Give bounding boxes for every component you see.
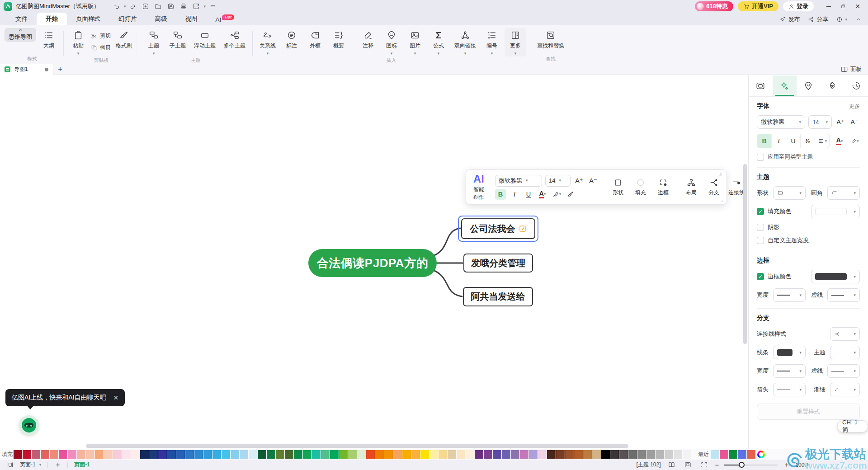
underline-button[interactable]: U bbox=[786, 134, 801, 148]
bold-button[interactable]: B bbox=[495, 189, 506, 200]
shadow-checkbox[interactable] bbox=[757, 224, 764, 231]
minimize-button[interactable]: ─ bbox=[822, 1, 835, 12]
subtopic-button[interactable]: 子主题 bbox=[166, 28, 189, 51]
zoom-out-button[interactable]: − bbox=[715, 461, 719, 469]
color-swatch[interactable] bbox=[231, 450, 239, 459]
color-swatch[interactable] bbox=[222, 450, 230, 459]
color-swatch[interactable] bbox=[637, 450, 646, 459]
boundary-button[interactable]: 外框 bbox=[304, 28, 326, 51]
fit-page-button[interactable] bbox=[683, 462, 693, 468]
font-decrease-button[interactable]: A⁻ bbox=[588, 175, 599, 186]
color-swatch[interactable] bbox=[729, 450, 737, 459]
tab-ai[interactable]: AIHot bbox=[207, 14, 241, 25]
color-swatch[interactable] bbox=[357, 450, 366, 459]
color-swatch[interactable] bbox=[185, 450, 194, 459]
tab-page-style[interactable]: 页面样式 bbox=[67, 13, 109, 25]
new-document-tab-button[interactable]: ＋ bbox=[53, 64, 67, 75]
page-tab-active[interactable]: 页面-1 bbox=[74, 461, 90, 469]
color-swatch[interactable] bbox=[95, 450, 104, 459]
find-replace-button[interactable]: 查找和替换 bbox=[534, 28, 567, 51]
color-swatch[interactable] bbox=[484, 450, 492, 459]
color-swatch[interactable] bbox=[321, 450, 330, 459]
color-swatch[interactable] bbox=[339, 450, 348, 459]
chevron-down-icon[interactable]: ▾ bbox=[124, 5, 126, 9]
color-swatch[interactable] bbox=[738, 450, 746, 459]
color-swatch[interactable] bbox=[285, 450, 293, 459]
shape-select[interactable]: ▾ bbox=[773, 186, 806, 200]
color-swatch[interactable] bbox=[592, 450, 601, 459]
color-swatch[interactable] bbox=[240, 450, 248, 459]
color-swatch[interactable] bbox=[68, 450, 76, 459]
save-button[interactable] bbox=[165, 1, 176, 11]
highlight-button[interactable]: ▾ bbox=[551, 189, 562, 200]
font-family-select[interactable]: 微软雅黑▾ bbox=[757, 115, 805, 129]
relationship-button[interactable]: 关系线▾ bbox=[256, 28, 279, 56]
mindmap-mode-button[interactable]: 思维导图 bbox=[5, 28, 36, 42]
panel-toggle-button[interactable]: 面板 bbox=[835, 66, 868, 73]
font-size-select[interactable]: 14▾ bbox=[808, 115, 832, 129]
color-swatch[interactable] bbox=[158, 450, 167, 459]
copy-button[interactable]: 拷贝 bbox=[91, 44, 111, 52]
root-topic-node[interactable]: 合法偶读PJDPA方的 bbox=[308, 249, 437, 277]
more-insert-button[interactable]: 更多▾ bbox=[505, 28, 526, 56]
color-picker-wheel-icon[interactable] bbox=[757, 451, 765, 458]
pages-panel-button[interactable] bbox=[5, 462, 15, 468]
color-swatch[interactable] bbox=[583, 450, 592, 459]
color-swatch[interactable] bbox=[601, 450, 610, 459]
sidebar-tab-clipart[interactable] bbox=[820, 75, 844, 96]
multiple-topics-button[interactable]: 多个主题 bbox=[221, 28, 249, 51]
color-swatch[interactable] bbox=[366, 450, 375, 459]
border-width-select[interactable]: ▾ bbox=[773, 288, 806, 302]
color-swatch[interactable] bbox=[556, 450, 565, 459]
color-swatch[interactable] bbox=[59, 450, 67, 459]
strikethrough-button[interactable]: S bbox=[801, 134, 815, 148]
pin-icon[interactable] bbox=[717, 173, 723, 180]
customize-toolbar-icon[interactable] bbox=[208, 1, 218, 11]
print-button[interactable] bbox=[178, 1, 189, 11]
align-button[interactable]: ▾ bbox=[815, 134, 830, 148]
ai-create-button[interactable]: AI 智能创作 bbox=[473, 173, 484, 201]
color-swatch[interactable] bbox=[249, 450, 257, 459]
custom-width-checkbox[interactable] bbox=[757, 237, 764, 244]
color-swatch[interactable] bbox=[122, 450, 131, 459]
sidebar-tab-style[interactable] bbox=[773, 75, 797, 96]
collapse-toolbar-icon[interactable]: ⌟ bbox=[721, 197, 723, 202]
color-swatch[interactable] bbox=[466, 450, 474, 459]
horizontal-scrollbar[interactable] bbox=[0, 444, 743, 448]
color-swatch[interactable] bbox=[149, 450, 158, 459]
color-swatch[interactable] bbox=[520, 450, 528, 459]
branch-arrow-select[interactable]: ▾ bbox=[773, 383, 806, 396]
tab-advanced[interactable]: 高级 bbox=[146, 13, 176, 25]
color-swatch[interactable] bbox=[176, 450, 185, 459]
shape-button[interactable]: 形状 bbox=[609, 178, 627, 197]
color-swatch[interactable] bbox=[720, 450, 728, 459]
color-swatch[interactable] bbox=[140, 450, 149, 459]
color-swatch[interactable] bbox=[747, 450, 755, 459]
fill-color-checkbox[interactable]: ✓ bbox=[757, 208, 764, 215]
topic-button[interactable]: 主题▾ bbox=[143, 28, 165, 56]
topic-node-selected[interactable]: 公司法我会 bbox=[461, 218, 535, 239]
ime-indicator[interactable]: CH ☽ 简 bbox=[837, 420, 868, 432]
zoom-slider-knob[interactable] bbox=[739, 462, 745, 468]
color-swatch[interactable] bbox=[384, 450, 393, 459]
vertical-scrollbar[interactable] bbox=[743, 75, 747, 449]
branch-button[interactable]: 分支 bbox=[705, 178, 722, 197]
promo-618-badge[interactable]: 618特惠 bbox=[695, 1, 733, 11]
login-button[interactable]: 登录 bbox=[783, 1, 814, 11]
color-swatch[interactable] bbox=[167, 450, 176, 459]
vip-button[interactable]: 开通VIP bbox=[738, 1, 778, 11]
bold-button[interactable]: B bbox=[757, 134, 772, 148]
color-swatch[interactable] bbox=[348, 450, 357, 459]
color-swatch[interactable] bbox=[475, 450, 483, 459]
underline-button[interactable]: U bbox=[523, 189, 534, 200]
font-more-link[interactable]: 更多 bbox=[849, 103, 860, 110]
close-icon[interactable]: ✕ bbox=[113, 394, 118, 401]
color-swatch[interactable] bbox=[502, 450, 510, 459]
color-swatch[interactable] bbox=[619, 450, 628, 459]
color-swatch[interactable] bbox=[375, 450, 384, 459]
color-swatch[interactable] bbox=[258, 450, 266, 459]
color-swatch[interactable] bbox=[267, 450, 275, 459]
color-swatch[interactable] bbox=[86, 450, 94, 459]
reset-style-button[interactable]: 重置样式 bbox=[757, 404, 860, 420]
corner-select[interactable]: ▾ bbox=[827, 186, 860, 200]
